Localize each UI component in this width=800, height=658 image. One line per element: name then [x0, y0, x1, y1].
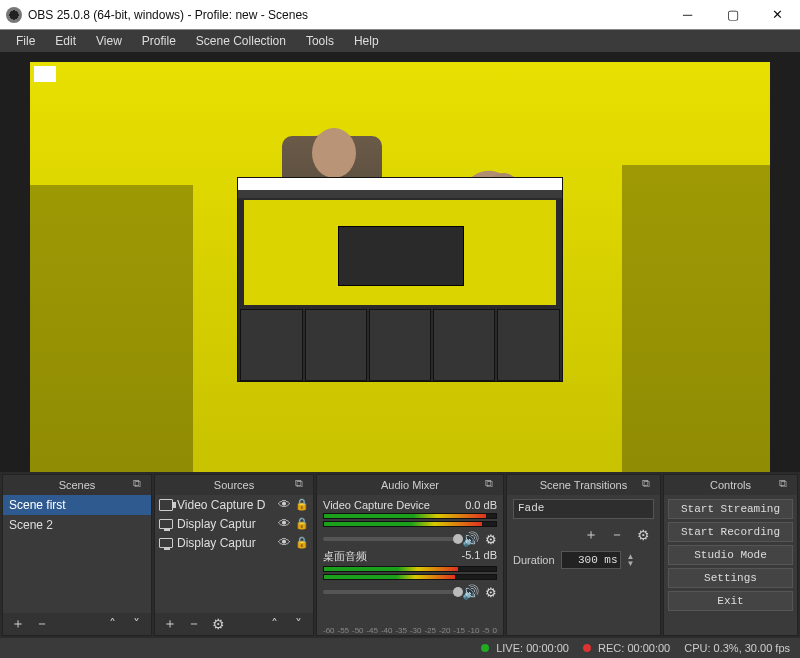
controls-popout-icon[interactable]: ⧉ — [779, 477, 793, 491]
source-remove-button[interactable]: － — [183, 614, 205, 634]
preview-recursive-window — [237, 177, 563, 382]
close-button[interactable]: ✕ — [755, 0, 800, 30]
channel-mute-button[interactable]: 🔊 — [462, 584, 479, 600]
transition-duration-label: Duration — [513, 554, 555, 566]
source-lock-toggle[interactable]: 🔒 — [295, 536, 309, 549]
menu-tools[interactable]: Tools — [298, 32, 342, 50]
scenes-title: Scenes — [59, 479, 96, 491]
source-move-down-button[interactable]: ˅ — [287, 614, 309, 634]
channel-settings-button[interactable]: ⚙ — [485, 532, 497, 547]
mixer-title: Audio Mixer — [381, 479, 439, 491]
source-visibility-toggle[interactable]: 👁 — [278, 516, 291, 531]
maximize-button[interactable]: ▢ — [710, 0, 755, 30]
mixer-popout-icon[interactable]: ⧉ — [485, 477, 499, 491]
window-title: OBS 25.0.8 (64-bit, windows) - Profile: … — [28, 8, 665, 22]
source-visibility-toggle[interactable]: 👁 — [278, 497, 291, 512]
controls-header: Controls ⧉ — [664, 475, 797, 495]
source-item[interactable]: Display Captur👁🔒 — [155, 533, 313, 552]
channel-mute-button[interactable]: 🔊 — [462, 531, 479, 547]
menu-file[interactable]: File — [8, 32, 43, 50]
transition-duration-input[interactable] — [561, 551, 621, 569]
controls-panel: Controls ⧉ Start StreamingStart Recordin… — [663, 474, 798, 636]
source-label: Display Captur — [177, 536, 274, 550]
transition-add-button[interactable]: ＋ — [580, 525, 602, 545]
minimize-button[interactable]: ─ — [665, 0, 710, 30]
scenes-header: Scenes ⧉ — [3, 475, 151, 495]
mixer-channel: 桌面音频-5.1 dB🔊⚙ — [323, 549, 497, 600]
scene-move-up-button[interactable]: ˄ — [101, 614, 123, 634]
channel-volume-slider[interactable] — [323, 537, 456, 541]
sources-title: Sources — [214, 479, 254, 491]
source-label: Display Captur — [177, 517, 274, 531]
audio-mixer-panel: Audio Mixer ⧉ Video Capture Device0.0 dB… — [316, 474, 504, 636]
status-cpu: CPU: 0.3%, 30.00 fps — [684, 642, 790, 654]
channel-volume-slider[interactable] — [323, 590, 456, 594]
source-item[interactable]: Video Capture D👁🔒 — [155, 495, 313, 514]
start-recording-button[interactable]: Start Recording — [668, 522, 793, 542]
transitions-body: Fade ＋ － ⚙ Duration ▲▼ — [507, 495, 660, 635]
channel-meter — [323, 521, 497, 527]
menu-profile[interactable]: Profile — [134, 32, 184, 50]
source-add-button[interactable]: ＋ — [159, 614, 181, 634]
menu-edit[interactable]: Edit — [47, 32, 84, 50]
menu-bar: FileEditViewProfileScene CollectionTools… — [0, 30, 800, 52]
sources-list[interactable]: Video Capture D👁🔒Display Captur👁🔒Display… — [155, 495, 313, 613]
transition-remove-button[interactable]: － — [606, 525, 628, 545]
menu-help[interactable]: Help — [346, 32, 387, 50]
start-streaming-button[interactable]: Start Streaming — [668, 499, 793, 519]
source-lock-toggle[interactable]: 🔒 — [295, 498, 309, 511]
channel-db: -5.1 dB — [462, 549, 497, 564]
sources-header: Sources ⧉ — [155, 475, 313, 495]
channel-settings-button[interactable]: ⚙ — [485, 585, 497, 600]
menu-scene-collection[interactable]: Scene Collection — [188, 32, 294, 50]
source-type-icon — [159, 538, 173, 548]
transition-select[interactable]: Fade — [513, 499, 654, 519]
source-type-icon — [159, 519, 173, 529]
preview-tag — [34, 66, 56, 82]
window-titlebar: OBS 25.0.8 (64-bit, windows) - Profile: … — [0, 0, 800, 30]
source-type-icon — [159, 499, 173, 511]
channel-name: Video Capture Device — [323, 499, 430, 511]
scene-move-down-button[interactable]: ˅ — [125, 614, 147, 634]
transitions-popout-icon[interactable]: ⧉ — [642, 477, 656, 491]
scene-item[interactable]: Scene first — [3, 495, 151, 515]
sources-toolbar: ＋ － ⚙ ˄ ˅ — [155, 613, 313, 635]
controls-body: Start StreamingStart RecordingStudio Mod… — [664, 495, 797, 635]
source-visibility-toggle[interactable]: 👁 — [278, 535, 291, 550]
transitions-title: Scene Transitions — [540, 479, 627, 491]
status-bar: LIVE: 00:00:00 REC: 00:00:00 CPU: 0.3%, … — [0, 638, 800, 658]
live-indicator-icon — [481, 644, 489, 652]
source-lock-toggle[interactable]: 🔒 — [295, 517, 309, 530]
bottom-panels: Scenes ⧉ Scene firstScene 2 ＋ － ˄ ˅ Sour… — [0, 472, 800, 638]
source-properties-button[interactable]: ⚙ — [207, 614, 229, 634]
source-item[interactable]: Display Captur👁🔒 — [155, 514, 313, 533]
scenes-panel: Scenes ⧉ Scene firstScene 2 ＋ － ˄ ˅ — [2, 474, 152, 636]
preview-building-right — [622, 165, 770, 473]
mixer-header: Audio Mixer ⧉ — [317, 475, 503, 495]
preview-area — [0, 52, 800, 472]
settings-button[interactable]: Settings — [668, 568, 793, 588]
scene-add-button[interactable]: ＋ — [7, 614, 29, 634]
scenes-popout-icon[interactable]: ⧉ — [133, 477, 147, 491]
channel-meter — [323, 566, 497, 572]
scene-item[interactable]: Scene 2 — [3, 515, 151, 535]
duration-spinner[interactable]: ▲▼ — [627, 553, 635, 567]
scenes-list[interactable]: Scene firstScene 2 — [3, 495, 151, 613]
sources-panel: Sources ⧉ Video Capture D👁🔒Display Captu… — [154, 474, 314, 636]
transition-properties-button[interactable]: ⚙ — [632, 525, 654, 545]
menu-view[interactable]: View — [88, 32, 130, 50]
sources-popout-icon[interactable]: ⧉ — [295, 477, 309, 491]
source-move-up-button[interactable]: ˄ — [263, 614, 285, 634]
transitions-header: Scene Transitions ⧉ — [507, 475, 660, 495]
mixer-body: Video Capture Device0.0 dB🔊⚙桌面音频-5.1 dB🔊… — [317, 495, 503, 626]
transitions-panel: Scene Transitions ⧉ Fade ＋ － ⚙ Duration … — [506, 474, 661, 636]
exit-button[interactable]: Exit — [668, 591, 793, 611]
channel-meter — [323, 513, 497, 519]
scene-remove-button[interactable]: － — [31, 614, 53, 634]
mixer-db-scale: -60-55-50-45-40-35-30-25-20-15-10-50 — [317, 626, 503, 635]
channel-meter — [323, 574, 497, 580]
scenes-toolbar: ＋ － ˄ ˅ — [3, 613, 151, 635]
preview-building-left — [30, 185, 193, 472]
program-preview[interactable] — [30, 62, 770, 472]
studio-mode-button[interactable]: Studio Mode — [668, 545, 793, 565]
